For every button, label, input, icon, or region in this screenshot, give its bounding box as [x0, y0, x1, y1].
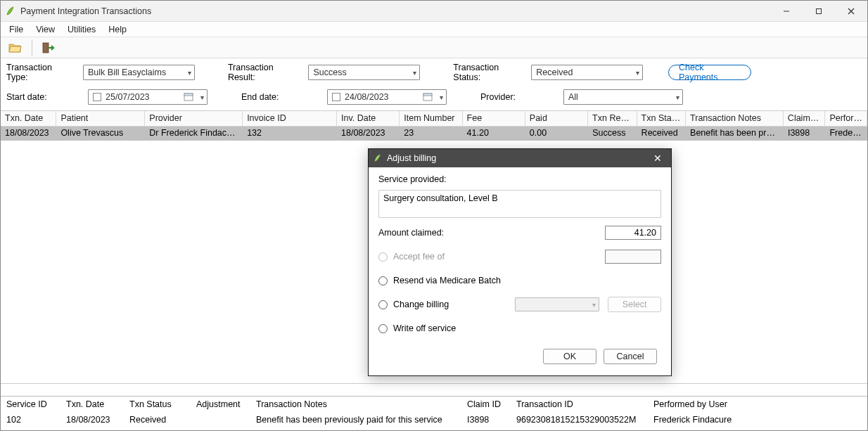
detail-panel: Service ID Txn. Date Txn Status Adjustme…: [1, 396, 867, 430]
col-invoice-id[interactable]: Invoice ID: [243, 111, 337, 126]
cell-inv-date: 18/08/2023: [337, 127, 400, 141]
detail-header-row: Service ID Txn. Date Txn Status Adjustme…: [6, 399, 862, 413]
col-inv-date[interactable]: Inv. Date: [337, 111, 400, 126]
end-date-value: 24/08/2023: [345, 92, 389, 102]
cell-claim-id: I3898: [784, 127, 826, 141]
menubar: File View Utilities Help: [1, 22, 867, 37]
open-folder-button[interactable]: [6, 39, 25, 57]
dcell-claim-id: I3898: [467, 415, 516, 425]
chevron-down-icon: ▾: [440, 94, 443, 101]
dcell-txn-status: Received: [129, 415, 196, 425]
col-fee[interactable]: Fee: [463, 111, 525, 126]
minimize-button[interactable]: [770, 1, 803, 21]
transaction-result-value: Success: [313, 67, 346, 77]
resend-radio[interactable]: [378, 276, 388, 285]
chevron-down-icon: ▾: [200, 94, 204, 101]
writeoff-label: Write off service: [393, 323, 661, 333]
transaction-result-label: Transaction Result:: [228, 63, 296, 82]
end-date-picker[interactable]: 24/08/2023 ▾: [327, 89, 447, 105]
dialog-close-button[interactable]: ✕: [649, 153, 667, 164]
transaction-status-value: Received: [536, 67, 573, 77]
transaction-result-combo[interactable]: Success ▾: [308, 65, 420, 80]
menu-utilities[interactable]: Utilities: [62, 23, 101, 36]
dcell-performed: Frederick Findacure: [653, 415, 780, 425]
menu-file[interactable]: File: [4, 23, 29, 36]
col-item-number[interactable]: Item Number: [400, 111, 462, 126]
adjust-billing-dialog: Adjust billing ✕ Service provided: Surge…: [368, 148, 672, 376]
dcol-claim-id: Claim ID: [467, 399, 516, 413]
dcol-txn-date: Txn. Date: [66, 399, 129, 413]
provider-value: All: [568, 92, 578, 102]
toolbar-divider: [32, 40, 32, 56]
cell-txn-status: Received: [637, 127, 686, 141]
service-provided-text: Surgery consultation, Level B: [378, 190, 661, 218]
chevron-down-icon: ▾: [676, 94, 679, 101]
detail-row[interactable]: 102 18/08/2023 Received Benefit has been…: [6, 413, 862, 425]
chevron-down-icon: ▾: [636, 69, 639, 77]
transaction-type-combo[interactable]: Bulk Bill Easyclaims ▾: [83, 65, 195, 80]
start-date-picker[interactable]: 25/07/2023 ▾: [88, 89, 208, 105]
change-billing-label: Change billing: [393, 300, 515, 309]
cell-patient: Olive Trevascus: [56, 127, 145, 141]
ok-button[interactable]: OK: [543, 349, 596, 364]
dcell-txn-date: 18/08/2023: [66, 415, 129, 425]
dcell-txn-notes: Benefit has been previously paid for thi…: [256, 415, 467, 425]
transaction-type-label: Transaction Type:: [6, 63, 70, 82]
svg-rect-6: [184, 94, 193, 96]
provider-combo[interactable]: All ▾: [563, 89, 683, 105]
service-provided-value: Surgery consultation, Level B: [383, 193, 498, 203]
cell-fee: 41.20: [463, 127, 525, 141]
svg-rect-1: [817, 8, 822, 13]
dcell-txn-id: 96923081815215329003522M: [516, 415, 653, 425]
dialog-titlebar[interactable]: Adjust billing ✕: [369, 149, 671, 167]
grid-header-row: Txn. Date Patient Provider Invoice ID In…: [1, 111, 867, 127]
cancel-button[interactable]: Cancel: [604, 349, 657, 364]
cell-txn-notes: Benefit has been previousl: [686, 127, 784, 141]
chevron-down-icon: ▾: [188, 69, 191, 77]
dcol-txn-notes: Transaction Notes: [256, 399, 467, 413]
col-txn-result[interactable]: Txn Result: [588, 111, 637, 126]
dcell-adjustment: [196, 415, 256, 425]
dcol-adjustment: Adjustment: [196, 399, 256, 413]
col-claim-id[interactable]: Claim ID: [784, 111, 826, 126]
transaction-status-label: Transaction Status:: [453, 63, 518, 82]
cell-provider: Dr Frederick Findacure: [145, 127, 243, 141]
exit-button[interactable]: [39, 39, 58, 57]
cell-txn-date: 18/08/2023: [1, 127, 56, 141]
service-provided-label: Service provided:: [378, 174, 661, 184]
writeoff-radio[interactable]: [378, 324, 388, 333]
end-date-label: End date:: [241, 92, 314, 102]
col-txn-status[interactable]: Txn Status: [637, 111, 686, 126]
col-txn-date[interactable]: Txn. Date: [1, 111, 56, 126]
svg-rect-8: [423, 94, 432, 96]
col-patient[interactable]: Patient: [56, 111, 145, 126]
col-paid[interactable]: Paid: [525, 111, 588, 126]
separator-bar: [1, 383, 867, 396]
maximize-button[interactable]: [803, 1, 835, 21]
calendar-icon: [423, 92, 433, 102]
change-billing-combo: ▾: [515, 297, 599, 311]
end-date-checkbox[interactable]: [332, 93, 340, 101]
select-button: Select: [608, 297, 661, 312]
col-performed[interactable]: Performed: [825, 111, 867, 126]
col-txn-notes[interactable]: Transaction Notes: [686, 111, 784, 126]
transaction-status-combo[interactable]: Received ▾: [531, 65, 643, 80]
dialog-app-icon: [373, 153, 383, 163]
close-button[interactable]: [835, 1, 867, 21]
cell-paid: 0.00: [525, 127, 588, 141]
amount-claimed-label: Amount claimed:: [378, 228, 605, 238]
start-date-checkbox[interactable]: [93, 93, 101, 101]
calendar-icon: [184, 92, 193, 102]
check-payments-button[interactable]: Check Payments: [668, 65, 751, 80]
cell-txn-result: Success: [588, 127, 637, 141]
col-provider[interactable]: Provider: [145, 111, 243, 126]
menu-help[interactable]: Help: [103, 23, 132, 36]
provider-label: Provider:: [480, 92, 551, 102]
change-billing-radio[interactable]: [378, 300, 388, 309]
menu-view[interactable]: View: [30, 23, 60, 36]
svg-rect-4: [43, 43, 49, 53]
titlebar: Payment Integration Transactions: [1, 1, 867, 22]
accept-fee-label: Accept fee of: [393, 252, 605, 262]
window-title: Payment Integration Transactions: [20, 6, 770, 16]
table-row[interactable]: 18/08/2023 Olive Trevascus Dr Frederick …: [1, 127, 867, 141]
